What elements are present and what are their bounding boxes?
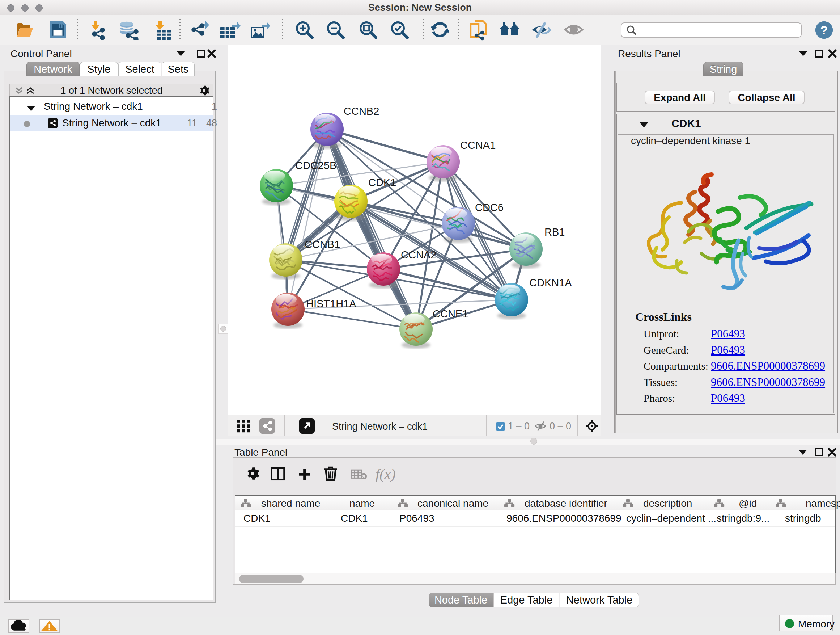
svg-text:CCNA1: CCNA1 xyxy=(460,139,496,151)
svg-text:HIST1H1A: HIST1H1A xyxy=(306,298,356,310)
svg-text:CCNB2: CCNB2 xyxy=(344,105,379,117)
svg-text:RB1: RB1 xyxy=(545,226,565,238)
svg-text:CCNE1: CCNE1 xyxy=(433,308,468,320)
svg-text:CDC6: CDC6 xyxy=(475,202,504,213)
svg-text:CDC25B: CDC25B xyxy=(295,160,336,171)
svg-text:CCNB1: CCNB1 xyxy=(305,239,340,250)
svg-text:CDK1: CDK1 xyxy=(368,177,396,188)
svg-text:?: ? xyxy=(821,23,828,37)
svg-text:CDKN1A: CDKN1A xyxy=(529,277,572,288)
svg-text:CCNA2: CCNA2 xyxy=(401,249,436,261)
